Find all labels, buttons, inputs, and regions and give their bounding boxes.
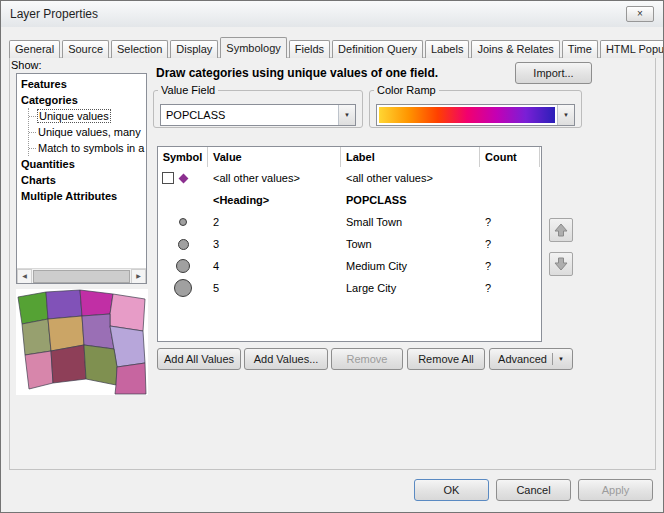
label-cell: Large City bbox=[341, 282, 480, 294]
tree-item-charts[interactable]: Charts bbox=[17, 172, 146, 188]
symbol-cell bbox=[158, 279, 208, 297]
scroll-left-button[interactable]: ◀ bbox=[17, 269, 32, 284]
table-row-heading[interactable]: <Heading> POPCLASS bbox=[158, 189, 541, 211]
count-cell: ? bbox=[480, 238, 540, 250]
scroll-left-icon: ◀ bbox=[22, 273, 27, 279]
circle-symbol-icon bbox=[174, 279, 192, 297]
tab-time[interactable]: Time bbox=[562, 40, 598, 58]
chevron-down-icon: ▼ bbox=[338, 105, 355, 125]
dropdown-arrow-icon: ▼ bbox=[558, 356, 564, 362]
chevron-down-icon: ▼ bbox=[557, 105, 574, 125]
remove-all-button[interactable]: Remove All bbox=[407, 348, 485, 370]
tree-item-features[interactable]: Features bbox=[17, 76, 146, 92]
label-cell: POPCLASS bbox=[341, 194, 480, 206]
down-arrow-icon bbox=[553, 256, 569, 272]
tab-definition-query[interactable]: Definition Query bbox=[332, 40, 423, 58]
cancel-button[interactable]: Cancel bbox=[496, 479, 571, 501]
tab-strip: General Source Selection Display Symbolo… bbox=[9, 37, 664, 58]
tab-source[interactable]: Source bbox=[62, 40, 109, 58]
value-cell: 2 bbox=[208, 216, 341, 228]
circle-symbol-icon bbox=[178, 239, 189, 250]
tab-html-popup[interactable]: HTML Popup bbox=[600, 40, 664, 58]
value-cell: <Heading> bbox=[208, 194, 341, 206]
advanced-button[interactable]: Advanced ▼ bbox=[489, 348, 573, 370]
symbol-cell bbox=[158, 259, 208, 273]
values-table: Symbol Value Label Count <all other valu… bbox=[157, 146, 542, 342]
table-row-all-other-values[interactable]: <all other values> <all other values> bbox=[158, 167, 541, 189]
tree-item-unique-values-many[interactable]: Unique values, many bbox=[29, 124, 146, 140]
column-header-count[interactable]: Count bbox=[480, 147, 540, 167]
tree-item-quantities[interactable]: Quantities bbox=[17, 156, 146, 172]
tab-display[interactable]: Display bbox=[170, 40, 218, 58]
diamond-symbol-icon bbox=[179, 173, 189, 183]
move-up-button[interactable] bbox=[549, 218, 573, 242]
all-other-values-checkbox[interactable] bbox=[162, 172, 174, 184]
value-cell: 4 bbox=[208, 260, 341, 272]
tab-joins-relates[interactable]: Joins & Relates bbox=[471, 40, 559, 58]
method-description: Draw categories using unique values of o… bbox=[156, 66, 438, 80]
tab-general[interactable]: General bbox=[9, 40, 60, 58]
count-cell: ? bbox=[480, 216, 540, 228]
tab-selection[interactable]: Selection bbox=[111, 40, 168, 58]
remove-button[interactable]: Remove bbox=[331, 348, 403, 370]
add-all-values-button[interactable]: Add All Values bbox=[157, 348, 241, 370]
value-field-group-label: Value Field bbox=[158, 84, 218, 96]
tab-symbology[interactable]: Symbology bbox=[220, 37, 286, 58]
scroll-right-icon: ▶ bbox=[136, 273, 141, 279]
tree-item-match-symbols[interactable]: Match to symbols in a bbox=[29, 140, 146, 156]
advanced-label: Advanced bbox=[498, 353, 547, 365]
count-cell: ? bbox=[480, 260, 540, 272]
scroll-right-button[interactable]: ▶ bbox=[131, 269, 146, 284]
divider bbox=[552, 353, 553, 365]
tab-labels[interactable]: Labels bbox=[425, 40, 469, 58]
tree-children: Unique values Unique values, many Match … bbox=[28, 108, 146, 156]
color-ramp-group-label: Color Ramp bbox=[374, 84, 439, 96]
show-label: Show: bbox=[11, 59, 42, 71]
up-arrow-icon bbox=[553, 222, 569, 238]
apply-button[interactable]: Apply bbox=[578, 479, 653, 501]
chevron-glyph: ▼ bbox=[563, 112, 569, 118]
table-header: Symbol Value Label Count bbox=[158, 147, 541, 167]
value-field-selected: POPCLASS bbox=[161, 109, 338, 121]
tree-horizontal-scrollbar[interactable]: ◀ ▶ bbox=[17, 268, 146, 283]
value-cell: <all other values> bbox=[208, 172, 341, 184]
import-button[interactable]: Import... bbox=[515, 62, 592, 84]
close-button[interactable]: × bbox=[626, 6, 654, 22]
ok-button[interactable]: OK bbox=[414, 479, 489, 501]
titlebar[interactable]: Layer Properties × bbox=[1, 1, 663, 27]
tab-fields[interactable]: Fields bbox=[289, 40, 330, 58]
map-preview bbox=[16, 289, 148, 395]
symbol-cell bbox=[158, 218, 208, 226]
value-cell: 3 bbox=[208, 238, 341, 250]
scrollbar-thumb[interactable] bbox=[33, 270, 130, 283]
color-ramp-dropdown[interactable]: ▼ bbox=[376, 104, 575, 126]
label-cell: <all other values> bbox=[341, 172, 480, 184]
window-title: Layer Properties bbox=[10, 7, 98, 21]
chevron-glyph: ▼ bbox=[344, 112, 350, 118]
circle-symbol-icon bbox=[179, 218, 187, 226]
tree-item-multiple-attributes[interactable]: Multiple Attributes bbox=[17, 188, 146, 204]
label-cell: Medium City bbox=[341, 260, 480, 272]
selected-tree-label: Unique values bbox=[38, 110, 110, 122]
table-row-medium-city[interactable]: 4 Medium City ? bbox=[158, 255, 541, 277]
color-ramp-preview bbox=[379, 107, 555, 123]
symbol-cell bbox=[158, 239, 208, 250]
tree-item-categories[interactable]: Categories bbox=[17, 92, 146, 108]
table-row-small-town[interactable]: 2 Small Town ? bbox=[158, 211, 541, 233]
tree-item-unique-values[interactable]: Unique values bbox=[29, 108, 146, 124]
map-svg bbox=[16, 289, 148, 395]
table-row-large-city[interactable]: 5 Large City ? bbox=[158, 277, 541, 299]
value-field-dropdown[interactable]: POPCLASS ▼ bbox=[160, 104, 356, 126]
label-cell: Small Town bbox=[341, 216, 480, 228]
add-values-button[interactable]: Add Values... bbox=[244, 348, 328, 370]
layer-properties-dialog: Layer Properties × General Source Select… bbox=[0, 0, 664, 513]
column-header-label[interactable]: Label bbox=[341, 147, 480, 167]
move-down-button[interactable] bbox=[549, 252, 573, 276]
table-row-town[interactable]: 3 Town ? bbox=[158, 233, 541, 255]
label-cell: Town bbox=[341, 238, 480, 250]
symbology-page: Show: Features Categories Unique values … bbox=[9, 57, 656, 470]
count-cell: ? bbox=[480, 282, 540, 294]
close-icon: × bbox=[637, 8, 643, 19]
column-header-value[interactable]: Value bbox=[208, 147, 341, 167]
column-header-symbol[interactable]: Symbol bbox=[158, 147, 208, 167]
